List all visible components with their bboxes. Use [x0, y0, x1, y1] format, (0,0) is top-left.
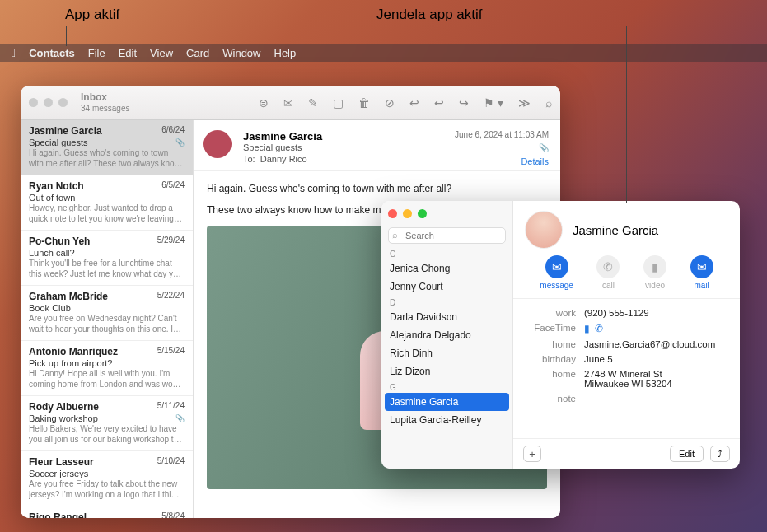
contacts-list-item[interactable]: Darla Davidson	[381, 308, 512, 326]
search-icon: ⌕	[392, 230, 398, 240]
contact-action-video: ▮video	[643, 255, 666, 290]
search-input[interactable]	[388, 227, 506, 244]
menu-help[interactable]: Help	[274, 47, 297, 59]
search-icon[interactable]: ⌕	[545, 96, 552, 110]
more-icon[interactable]: ≫	[518, 96, 531, 110]
contacts-traffic-lights[interactable]	[388, 209, 427, 218]
field-home-email[interactable]: Jasmine.Garcia67@icloud.com	[584, 339, 728, 349]
share-button[interactable]: ⤴	[710, 446, 730, 462]
contacts-list-item[interactable]: Rich Dinh	[381, 344, 512, 362]
callout-active-app: App aktif	[65, 7, 119, 23]
contact-action-message[interactable]: ✉message	[540, 255, 573, 290]
callout-active-window: Jendela app aktif	[376, 7, 483, 23]
facetime-audio-icon[interactable]: ✆	[595, 323, 603, 334]
field-label-work: work	[525, 308, 576, 318]
field-birthday: June 5	[584, 354, 728, 364]
field-work-phone[interactable]: (920) 555-1129	[584, 308, 728, 318]
message-to-label: To:	[243, 154, 255, 164]
contacts-window: ⌕ CJenica ChongJenny CourtDDarla Davidso…	[381, 201, 740, 469]
add-contact-button[interactable]: +	[523, 446, 541, 462]
archive-icon[interactable]: ▢	[333, 96, 344, 110]
contacts-list[interactable]: CJenica ChongJenny CourtDDarla DavidsonA…	[381, 247, 512, 429]
contact-avatar	[525, 211, 563, 249]
apple-menu-icon[interactable]: 	[12, 46, 16, 59]
contact-name: Jasmine Garcia	[573, 223, 658, 237]
field-label-note: note	[525, 394, 576, 404]
junk-icon[interactable]: ⊘	[385, 96, 395, 110]
contacts-search[interactable]: ⌕	[388, 227, 506, 244]
message-item[interactable]: Ryan Notch6/5/24 Out of town Howdy, neig…	[21, 175, 193, 231]
message-body-line: Hi again. Guess who's coming to town wit…	[207, 181, 547, 196]
contacts-list-item[interactable]: Alejandra Delgado	[381, 326, 512, 344]
compose-icon[interactable]: ✎	[308, 96, 318, 110]
contacts-group-header: C	[381, 247, 512, 259]
field-label-facetime: FaceTime	[525, 323, 576, 334]
contacts-list-item[interactable]: Jenny Court	[381, 278, 512, 296]
message-item[interactable]: Rigo Rangel5/8/24 Fun memories📎	[21, 506, 193, 518]
edit-button[interactable]: Edit	[670, 446, 704, 462]
mail-inbox-count: 34 messages	[81, 104, 180, 113]
contact-action-mail[interactable]: ✉mail	[690, 255, 713, 290]
field-home-address[interactable]: 2748 W Mineral StMilwaukee WI 53204	[584, 369, 728, 389]
message-item[interactable]: Po-Chun Yeh5/29/24 Lunch call? Think you…	[21, 231, 193, 286]
message-list[interactable]: Jasmine Garcia6/6/24 Special guests📎 Hi …	[21, 120, 194, 518]
message-item[interactable]: Antonio Manriquez5/15/24 Pick up from ai…	[21, 341, 193, 396]
message-item[interactable]: Graham McBride5/22/24 Book Club Are you …	[21, 286, 193, 341]
field-note[interactable]	[584, 394, 728, 404]
contact-actions: ✉message✆call▮video✉mail	[513, 255, 740, 299]
trash-icon[interactable]: 🗑	[358, 96, 370, 110]
flag-icon[interactable]: ⚑ ▾	[484, 96, 503, 110]
menu-file[interactable]: File	[88, 47, 105, 59]
reply-all-icon[interactable]: ↩	[434, 96, 444, 110]
menu-card[interactable]: Card	[186, 47, 209, 59]
contacts-group-header: D	[381, 296, 512, 308]
message-subject: Special guests	[243, 142, 547, 152]
message-date: June 6, 2024 at 11:03 AM	[455, 130, 549, 139]
mail-toolbar: Inbox 34 messages ⊜ ✉ ✎ ▢ 🗑 ⊘ ↩ ↩ ↪ ⚑ ▾ …	[21, 86, 560, 120]
menu-window[interactable]: Window	[222, 47, 260, 59]
contact-action-call: ✆call	[596, 255, 620, 290]
facetime-video-icon[interactable]: ▮	[584, 323, 590, 334]
field-label-home-addr: home	[525, 369, 576, 389]
video-icon: ▮	[643, 255, 666, 278]
field-label-birthday: birthday	[525, 354, 576, 364]
menu-edit[interactable]: Edit	[119, 47, 137, 59]
details-link[interactable]: Details	[521, 156, 549, 166]
field-label-home-email: home	[525, 339, 576, 349]
attachment-icon: 📎	[539, 143, 549, 152]
mail-inbox-label: Inbox	[81, 92, 180, 103]
message-to: Danny Rico	[260, 154, 307, 164]
message-item[interactable]: Fleur Lasseur5/10/24 Soccer jerseys Are …	[21, 451, 193, 506]
mail-icon: ✉	[690, 255, 713, 278]
mail-traffic-lights[interactable]	[29, 98, 68, 107]
forward-icon[interactable]: ↪	[459, 96, 469, 110]
menubar:  Contacts File Edit View Card Window He…	[0, 44, 767, 62]
contacts-list-item[interactable]: Jasmine Garcia	[385, 393, 509, 411]
contacts-group-header: G	[381, 380, 512, 393]
new-mail-icon[interactable]: ✉	[283, 96, 293, 110]
menu-view[interactable]: View	[150, 47, 173, 59]
reply-icon[interactable]: ↩	[409, 96, 419, 110]
contacts-list-item[interactable]: Jenica Chong	[381, 259, 512, 278]
sender-avatar	[203, 130, 232, 158]
message-item[interactable]: Rody Albuerne5/11/24 Baking workshop📎 He…	[21, 396, 193, 451]
message-item[interactable]: Jasmine Garcia6/6/24 Special guests📎 Hi …	[21, 120, 193, 175]
contacts-list-item[interactable]: Lupita Garcia-Reilley	[381, 411, 512, 429]
menubar-app-name[interactable]: Contacts	[29, 47, 75, 59]
message-icon: ✉	[545, 255, 568, 278]
contacts-list-item[interactable]: Liz Dizon	[381, 362, 512, 380]
call-icon: ✆	[596, 255, 620, 278]
filter-icon[interactable]: ⊜	[259, 96, 269, 110]
